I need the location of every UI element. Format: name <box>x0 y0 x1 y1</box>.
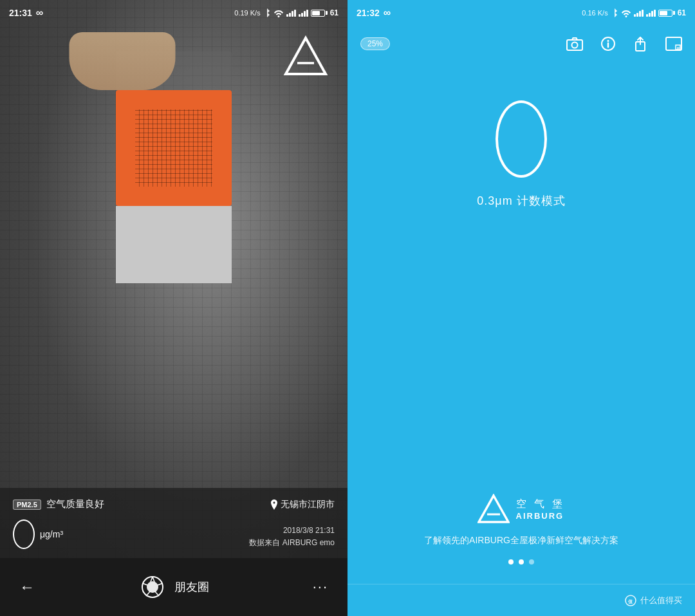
airburg-english: AIRBURG <box>516 511 564 521</box>
tagline: 了解领先的AIRBURG全屋极净新鲜空气解决方案 <box>424 535 618 546</box>
triangle-logo <box>283 35 328 80</box>
reading-group: μg/m³ <box>13 519 63 549</box>
bottom-nav-right: 值 什么值得买 <box>348 584 695 616</box>
signal-bars-2 <box>299 10 308 17</box>
time-right: 21:32 <box>357 8 380 18</box>
page-dot-2[interactable] <box>519 559 524 565</box>
zero-oval-left <box>13 519 35 549</box>
unit-text: μg/m³ <box>40 529 63 539</box>
more-button[interactable]: ··· <box>313 579 328 595</box>
airburg-chinese: 空 气 堡 <box>516 498 566 511</box>
time-left: 21:31 <box>9 8 32 18</box>
device-photo <box>116 51 232 283</box>
toolbar-left: 25% <box>360 37 390 50</box>
top-toolbar: 25% E <box>348 26 695 62</box>
wifi-icon-right <box>621 9 631 17</box>
camera-area: 21:31 ∞ 0.19 K/s <box>0 0 348 558</box>
info-top-row: PM2.5 空气质量良好 无锡市江阴市 <box>13 498 335 510</box>
bluetooth-icon-right <box>611 8 618 18</box>
air-quality-text: 空气质量良好 <box>46 498 104 510</box>
share-center: 朋友圈 <box>138 573 209 601</box>
zero-oval-right <box>496 100 547 178</box>
smzdm-text: 什么值得买 <box>640 595 682 606</box>
right-panel: 21:32 ∞ 0.16 K/s <box>348 0 695 616</box>
location-text: 无锡市江阴市 <box>281 499 335 510</box>
status-left-group: 21:31 ∞ <box>9 7 43 19</box>
svg-text:E: E <box>677 46 680 51</box>
back-button[interactable]: ← <box>19 578 35 596</box>
battery-level-left: 61 <box>330 8 338 17</box>
hand <box>70 32 176 90</box>
device-grid <box>135 109 212 187</box>
bottom-branding: 空 气 堡 AIRBURG 了解领先的AIRBURG全屋极净新鲜空气解决方案 <box>348 494 695 584</box>
smzdm-icon: 值 <box>625 595 636 606</box>
device-body <box>116 90 232 206</box>
battery-level-right: 61 <box>678 8 686 17</box>
status-right-right: 0.16 K/s <box>582 8 686 18</box>
mode-label: 0.3μm 计数模式 <box>477 193 565 209</box>
airburg-logo-text: 空 气 堡 AIRBURG <box>516 498 566 521</box>
infinity-right: ∞ <box>384 7 391 19</box>
bottom-bar-left: ← 朋友圈 ··· <box>0 558 348 616</box>
battery-icon-left <box>311 10 328 17</box>
left-panel: 21:31 ∞ 0.19 K/s <box>0 0 348 616</box>
percent-badge: 25% <box>360 37 390 50</box>
device-bottom <box>116 206 232 283</box>
toolbar-icons: E <box>566 35 682 52</box>
svg-marker-19 <box>479 496 508 522</box>
data-source: 数据来自 AIRBURG emo <box>249 537 335 549</box>
page-dot-1[interactable] <box>508 559 514 565</box>
svg-text:值: 值 <box>627 599 633 604</box>
signal-bars-1 <box>286 10 296 17</box>
svg-line-6 <box>155 592 159 596</box>
camera-icon[interactable] <box>566 37 583 51</box>
main-reading: 0.3μm 计数模式 <box>348 62 695 494</box>
pm-badge: PM2.5 空气质量良好 <box>13 498 104 510</box>
page-dot-3[interactable] <box>529 559 534 565</box>
svg-point-3 <box>147 581 158 593</box>
status-bar-right: 21:32 ∞ 0.16 K/s <box>348 0 695 26</box>
battery-icon-right <box>658 10 675 17</box>
airburg-logo: 空 气 堡 AIRBURG <box>477 494 566 525</box>
info-bottom-row: μg/m³ 2018/3/8 21:31 数据来自 AIRBURG emo <box>13 519 335 549</box>
smzdm-link[interactable]: 值 什么值得买 <box>625 595 682 606</box>
wifi-icon-left <box>273 9 284 17</box>
infinity-left: ∞ <box>36 7 43 19</box>
speed-left: 0.19 K/s <box>234 9 260 17</box>
airburg-triangle-icon <box>477 494 510 525</box>
status-right-group-left: 0.19 K/s <box>234 8 338 18</box>
signal-bars-right-2 <box>646 10 656 17</box>
svg-point-14 <box>607 40 609 42</box>
share-icon[interactable] <box>633 35 647 52</box>
timestamp-group: 2018/3/8 21:31 数据来自 AIRBURG emo <box>249 525 335 549</box>
svg-rect-10 <box>567 40 582 50</box>
svg-point-11 <box>572 42 578 48</box>
pm-tag: PM2.5 <box>13 499 41 510</box>
shutter-icon <box>138 573 167 601</box>
signal-bars-right-1 <box>634 10 644 17</box>
page-dots <box>508 559 534 565</box>
share-label[interactable]: 朋友圈 <box>174 579 209 595</box>
location-pin-icon <box>270 499 278 510</box>
svg-marker-0 <box>286 38 326 74</box>
timestamp: 2018/3/8 21:31 <box>249 525 335 537</box>
location: 无锡市江阴市 <box>270 499 335 510</box>
status-bar-left: 21:31 ∞ 0.19 K/s <box>0 0 348 26</box>
picture-icon[interactable]: E <box>665 37 682 51</box>
speed-right: 0.16 K/s <box>582 9 607 17</box>
svg-line-7 <box>146 592 150 596</box>
bluetooth-icon-left <box>263 8 271 18</box>
info-overlay: PM2.5 空气质量良好 无锡市江阴市 μg/m³ 2018/3/8 21:31 <box>0 488 348 558</box>
info-icon[interactable] <box>601 37 615 51</box>
status-right-left: 21:32 ∞ <box>357 7 391 19</box>
